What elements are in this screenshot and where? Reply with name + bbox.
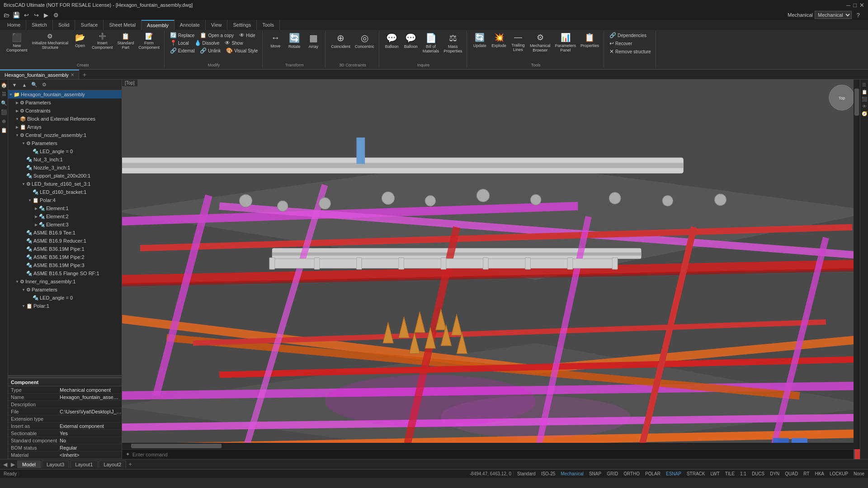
tree-expand-button[interactable]: ▼ xyxy=(10,81,19,89)
tab-assembly[interactable]: Assembly xyxy=(142,20,175,30)
status-esnap[interactable]: ESNAP xyxy=(664,471,683,476)
visual-style-button[interactable]: 🎨Visual Style xyxy=(224,47,259,54)
tab-annotate[interactable]: Annotate xyxy=(175,20,206,30)
sidebar-home-icon[interactable]: 🏠 xyxy=(0,81,8,89)
tree-item[interactable]: ▶🔩Element:1 xyxy=(8,204,122,212)
tab-sheetmetal[interactable]: Sheet Metal xyxy=(104,20,142,30)
qa-redo[interactable]: ↪ xyxy=(32,11,41,19)
status-ducs[interactable]: DUCS xyxy=(750,471,766,476)
doc-close-button[interactable]: ✕ xyxy=(71,72,74,77)
tree-item[interactable]: ▶📋Arrays xyxy=(8,123,122,131)
unlink-button[interactable]: 🔗Unlink xyxy=(198,47,222,54)
coincident-button[interactable]: ⊕ Coincident xyxy=(329,32,352,50)
move-button[interactable]: ↔ Move xyxy=(266,32,284,50)
status-scale[interactable]: 1:1 xyxy=(738,471,748,476)
status-hka[interactable]: HKA xyxy=(813,471,826,476)
tree-item[interactable]: ▶🔩Element:3 xyxy=(8,221,122,229)
tree-item[interactable]: ▼📦Block and External References xyxy=(8,115,122,123)
status-iso[interactable]: ISO-25 xyxy=(539,471,557,476)
status-strack[interactable]: STRACK xyxy=(685,471,707,476)
sidebar-search-icon[interactable]: 🔍 xyxy=(0,99,8,107)
parameters-panel-button[interactable]: 📊 ParametersPanel xyxy=(553,32,578,53)
form-component-button[interactable]: 📝 FormComponent xyxy=(137,32,161,53)
tree-item[interactable]: 🔩Nut_3_inch:1 xyxy=(8,155,122,164)
layout-next-button[interactable]: ▶ xyxy=(9,461,16,468)
show-button[interactable]: 👁Show xyxy=(223,39,245,47)
open-copy-button[interactable]: 📋Open a copy xyxy=(198,32,236,39)
qa-new[interactable]: 🗁 xyxy=(2,11,11,19)
tree-item[interactable]: ▶🔩Element:2 xyxy=(8,212,122,221)
status-dyn[interactable]: DYN xyxy=(768,471,781,476)
tab-view[interactable]: View xyxy=(206,20,228,30)
sidebar-block-icon[interactable]: ⬛ xyxy=(0,108,8,116)
trailing-lines-button[interactable]: — TrailingLines xyxy=(509,32,527,53)
layout-tab-layout2[interactable]: Layout2 xyxy=(99,460,126,468)
tree-item[interactable]: ▼⚙LED_fixture_d160_set_3:1 xyxy=(8,180,122,188)
workspace-dropdown[interactable]: Mechanical xyxy=(815,11,852,19)
standard-part-button[interactable]: 📋 StandardPart xyxy=(116,32,136,53)
new-doc-button[interactable]: + xyxy=(79,71,90,78)
doc-tab-active[interactable]: Hexagon_fountain_assembly ✕ xyxy=(0,70,79,79)
qa-undo[interactable]: ↩ xyxy=(22,11,31,19)
status-grid[interactable]: GRID xyxy=(605,471,620,476)
tree-item[interactable]: 🔩Nozzle_3_inch:1 xyxy=(8,164,122,172)
layout-add-button[interactable]: + xyxy=(127,461,133,468)
status-standard[interactable]: Standard xyxy=(515,471,538,476)
tree-item[interactable]: 🔩ASME B16.5 Flange SO RF:1 xyxy=(8,269,122,277)
tree-item[interactable]: 🔩ASME B36.19M Pipe:2 xyxy=(8,253,122,261)
mass-properties-button[interactable]: ⚖ MassProperties xyxy=(442,32,464,54)
array-button[interactable]: ▦ Array xyxy=(304,32,322,50)
new-component-button[interactable]: ⬛ NewComponent xyxy=(5,32,29,53)
properties-button[interactable]: 📋 Properties xyxy=(579,32,601,53)
recover-button[interactable]: ↩Recover xyxy=(608,40,653,47)
maximize-button[interactable]: □ xyxy=(853,2,857,9)
initialize-mechanical-button[interactable]: ⚙ Initialize MechanicalStructure xyxy=(30,32,71,53)
tree-settings-button[interactable]: ⚙ xyxy=(40,81,49,89)
qa-save[interactable]: 💾 xyxy=(12,11,21,19)
open-button[interactable]: 📂 Open xyxy=(71,32,89,53)
dependencies-button[interactable]: 🔗Dependencies xyxy=(608,32,653,39)
status-lockup[interactable]: LOCKUP xyxy=(828,471,850,476)
mechanical-browser-button[interactable]: ⚙ MechanicalBrowser xyxy=(528,32,552,53)
qa-run[interactable]: ▶ xyxy=(42,11,51,19)
concentric-button[interactable]: ◎ Concentric xyxy=(353,32,376,50)
external-button[interactable]: 🔗External xyxy=(168,47,197,54)
minimize-button[interactable]: ─ xyxy=(846,2,850,9)
tree-item[interactable]: ▼📁Hexagon_fountain_assembly xyxy=(8,90,122,99)
tree-item[interactable]: 🔩ASME B16.9 Reducer:1 xyxy=(8,237,122,245)
status-tile[interactable]: TILE xyxy=(723,471,736,476)
tree-item[interactable]: 🔩Support_plate_200x200:1 xyxy=(8,172,122,180)
tab-surface[interactable]: Surface xyxy=(75,20,104,30)
tree-item[interactable]: 🔩ASME B36.19M Pipe:1 xyxy=(8,245,122,253)
close-button[interactable]: ✕ xyxy=(859,2,864,9)
tab-solid[interactable]: Solid xyxy=(53,20,75,30)
tree-filter-button[interactable]: 🔍 xyxy=(30,81,39,89)
layout-tab-layout1[interactable]: Layout1 xyxy=(70,460,98,468)
tree-item[interactable]: 🔩LED_angle = 0 xyxy=(8,147,122,155)
tree-item[interactable]: ▼⚙Parameters xyxy=(8,286,122,294)
right-props-icon[interactable]: 📋 xyxy=(861,89,868,95)
tree-item[interactable]: ▶⚙Constraints xyxy=(8,107,122,115)
layout-prev-button[interactable]: ◀ xyxy=(2,461,9,468)
tree-item[interactable]: ▼📋Polar:4 xyxy=(8,196,122,204)
dissolve-button[interactable]: 💧Dissolve xyxy=(193,39,222,47)
right-view-icon[interactable]: 👁 xyxy=(861,103,868,109)
help-button[interactable]: ? xyxy=(854,11,863,19)
qa-settings[interactable]: ⚙ xyxy=(52,11,61,19)
rotate-button[interactable]: 🔄 Rotate xyxy=(285,32,303,50)
tree-item[interactable]: 🔩LED_d160_bracket:1 xyxy=(8,188,122,196)
view-cube[interactable]: Top xyxy=(828,84,855,111)
tab-home[interactable]: Home xyxy=(2,20,26,30)
bill-of-materials-button[interactable]: 📄 Bill ofMaterials xyxy=(421,32,441,54)
status-ortho[interactable]: ORTHO xyxy=(622,471,642,476)
insert-component-button[interactable]: ➕ InsertComponent xyxy=(90,32,115,53)
replace-button[interactable]: 🔄Replace xyxy=(168,32,197,39)
tree-collapse-button[interactable]: ▲ xyxy=(20,81,29,89)
layout-tab-model[interactable]: Model xyxy=(17,460,41,468)
right-layers-icon[interactable]: ☰ xyxy=(861,81,868,88)
explode-button[interactable]: 💥 Explode xyxy=(490,32,508,53)
balloon-button[interactable]: 💬 Balloon xyxy=(383,32,401,54)
viewport[interactable]: Y X Z [Top] Top ✦ xyxy=(122,80,860,459)
layout-tab-layout3[interactable]: Layout3 xyxy=(42,460,69,468)
sidebar-constraint-icon[interactable]: ⊕ xyxy=(0,117,8,125)
